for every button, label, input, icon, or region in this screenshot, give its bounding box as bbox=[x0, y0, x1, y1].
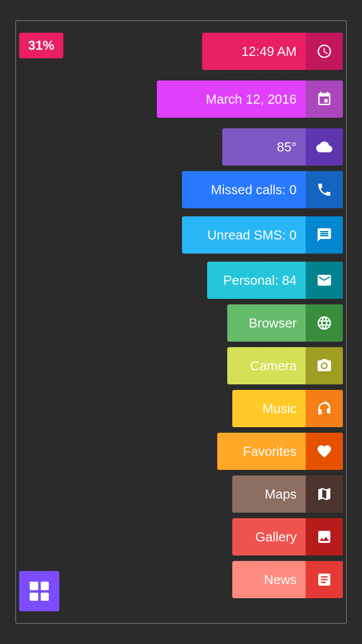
news-label: News bbox=[232, 561, 306, 598]
calendar-icon bbox=[306, 80, 343, 118]
camera-widget[interactable]: Camera bbox=[227, 347, 343, 384]
heart-icon bbox=[306, 433, 343, 470]
missed-calls-widget[interactable]: Missed calls: 0 bbox=[182, 171, 343, 208]
email-label: Personal: 84 bbox=[207, 262, 306, 299]
browser-label: Browser bbox=[227, 304, 306, 342]
email-icon bbox=[306, 262, 343, 299]
grid-sq-3 bbox=[30, 593, 38, 601]
email-widget[interactable]: Personal: 84 bbox=[207, 262, 343, 299]
clock-icon bbox=[306, 33, 343, 70]
maps-widget[interactable]: Maps bbox=[232, 475, 343, 513]
grid-sq-2 bbox=[41, 582, 49, 590]
map-icon bbox=[306, 475, 343, 513]
music-label: Music bbox=[232, 390, 306, 427]
camera-label: Camera bbox=[227, 347, 306, 384]
favorites-widget[interactable]: Favorites bbox=[217, 433, 343, 470]
headphones-icon bbox=[306, 390, 343, 427]
sms-widget[interactable]: Unread SMS: 0 bbox=[182, 216, 343, 254]
news-widget[interactable]: News bbox=[232, 561, 343, 598]
music-widget[interactable]: Music bbox=[232, 390, 343, 427]
date-label: March 12, 2016 bbox=[157, 80, 306, 118]
date-widget[interactable]: March 12, 2016 bbox=[157, 80, 343, 118]
calls-label: Missed calls: 0 bbox=[182, 171, 306, 208]
globe-icon bbox=[306, 304, 343, 342]
weather-label: 85° bbox=[222, 128, 306, 166]
grid-sq-1 bbox=[30, 582, 38, 590]
time-label: 12:49 AM bbox=[202, 33, 306, 70]
grid-sq-4 bbox=[41, 593, 49, 601]
cloud-icon bbox=[306, 128, 343, 166]
gallery-label: Gallery bbox=[232, 518, 306, 555]
windows-icon bbox=[30, 582, 49, 601]
favorites-label: Favorites bbox=[217, 433, 306, 470]
battery-value: 31% bbox=[28, 38, 54, 53]
phone-icon bbox=[306, 171, 343, 208]
sms-label: Unread SMS: 0 bbox=[182, 216, 306, 254]
maps-label: Maps bbox=[232, 475, 306, 513]
camera-icon bbox=[306, 347, 343, 384]
time-widget[interactable]: 12:49 AM bbox=[202, 33, 343, 70]
app-grid-button[interactable] bbox=[19, 571, 59, 611]
battery-badge: 31% bbox=[19, 33, 63, 58]
gallery-widget[interactable]: Gallery bbox=[232, 518, 343, 555]
news-icon bbox=[306, 561, 343, 598]
weather-widget[interactable]: 85° bbox=[222, 128, 343, 166]
sms-icon bbox=[306, 216, 343, 254]
gallery-icon bbox=[306, 518, 343, 555]
browser-widget[interactable]: Browser bbox=[227, 304, 343, 342]
